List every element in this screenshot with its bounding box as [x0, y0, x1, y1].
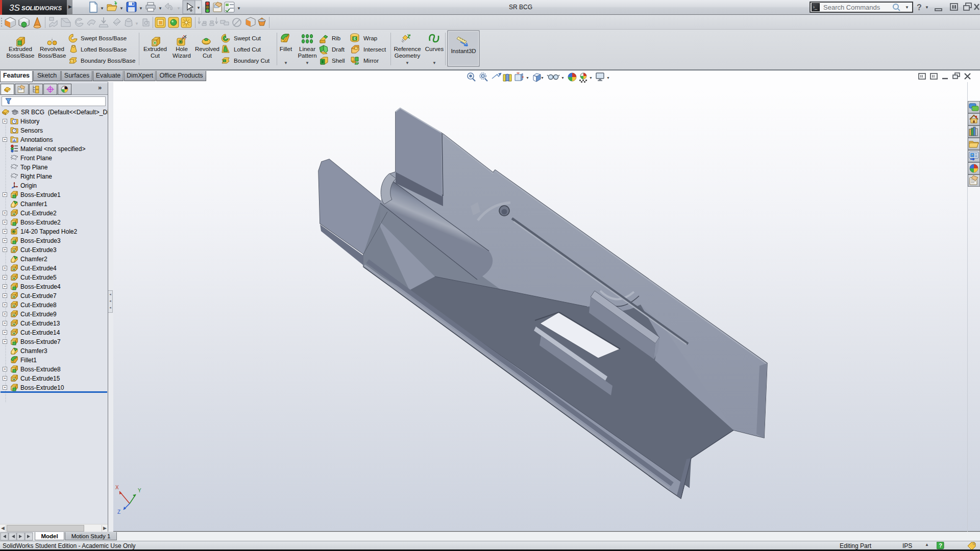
svg-text:Revolved: Revolved: [40, 46, 64, 52]
svg-text:▼: ▼: [305, 61, 309, 65]
svg-text:Fillet: Fillet: [280, 46, 292, 52]
svg-text:▼: ▼: [561, 76, 565, 80]
svg-text:▼: ▼: [139, 6, 143, 11]
svg-text:▼: ▼: [526, 76, 529, 80]
svg-text:Geometry: Geometry: [395, 53, 421, 59]
svg-text:Pattern: Pattern: [298, 53, 316, 59]
svg-text:▼: ▼: [541, 76, 544, 80]
svg-text:Boundary Cut: Boundary Cut: [234, 58, 270, 64]
svg-text:▼: ▼: [237, 6, 241, 11]
svg-text:Wizard: Wizard: [173, 53, 191, 59]
svg-text:Extruded: Extruded: [143, 46, 167, 52]
svg-text:▼: ▼: [197, 6, 201, 10]
svg-text:▼: ▼: [405, 61, 409, 65]
svg-text:▼: ▼: [284, 61, 288, 65]
svg-text:Curves: Curves: [425, 46, 444, 52]
svg-text:Shell: Shell: [332, 58, 345, 64]
svg-text:▼: ▼: [100, 6, 104, 11]
svg-text:▼: ▼: [158, 6, 162, 11]
svg-text:Swept Boss/Base: Swept Boss/Base: [81, 35, 127, 41]
svg-text:Y: Y: [138, 488, 141, 493]
svg-text:▼: ▼: [177, 6, 181, 11]
svg-text:X: X: [115, 485, 119, 490]
svg-text:?: ?: [939, 542, 942, 548]
svg-text:Boss/Base: Boss/Base: [38, 53, 66, 59]
svg-text:Hole: Hole: [176, 46, 188, 52]
svg-text:Wrap: Wrap: [363, 35, 377, 41]
svg-text:Cut: Cut: [151, 53, 160, 59]
svg-text:Z: Z: [117, 509, 120, 515]
svg-text:▼: ▼: [119, 6, 124, 11]
svg-text:Linear: Linear: [299, 46, 315, 52]
svg-text:Revolved: Revolved: [195, 46, 219, 52]
svg-text:Extruded: Extruded: [9, 46, 32, 52]
svg-text:Boundary Boss/Base: Boundary Boss/Base: [81, 58, 135, 64]
svg-text:▼: ▼: [432, 61, 436, 65]
svg-text:3S: 3S: [9, 3, 20, 13]
svg-text:Lofted Boss/Base: Lofted Boss/Base: [81, 46, 127, 53]
svg-text:SOLIDWORKS: SOLIDWORKS: [21, 5, 62, 11]
svg-text:Rib: Rib: [332, 35, 340, 41]
svg-text:Draft: Draft: [332, 46, 345, 53]
svg-text:Reference: Reference: [394, 46, 421, 52]
svg-text:Boss/Base: Boss/Base: [7, 53, 35, 59]
svg-text:Mirror: Mirror: [363, 58, 379, 64]
svg-text:▼: ▼: [925, 5, 929, 10]
svg-text:Swept Cut: Swept Cut: [234, 35, 261, 41]
svg-text:▼: ▼: [606, 76, 610, 80]
svg-text:Instant3D: Instant3D: [451, 48, 476, 54]
svg-text:Intersect: Intersect: [363, 46, 386, 53]
svg-text:▼: ▼: [135, 21, 139, 26]
svg-text:▼: ▼: [589, 76, 593, 80]
svg-text:Lofted Cut: Lofted Cut: [234, 46, 261, 53]
svg-text:Cut: Cut: [203, 53, 212, 59]
svg-text:?: ?: [917, 3, 922, 12]
